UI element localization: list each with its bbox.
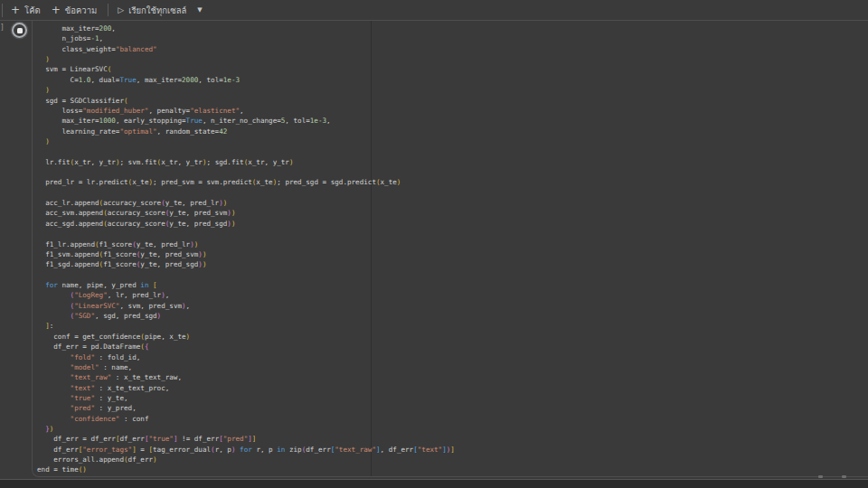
plus-icon: + bbox=[11, 5, 20, 15]
code-line: "fold" : fold_id, bbox=[37, 352, 455, 362]
code-line: f1_sgd.append(f1_score(y_te, pred_sgd)) bbox=[37, 259, 455, 269]
code-line bbox=[37, 188, 455, 198]
code-line: lr.fit(x_tr, y_tr); svm.fit(x_tr, y_tr);… bbox=[37, 157, 455, 167]
toolbar-edge-separator bbox=[2, 4, 3, 17]
toolbar-separator bbox=[108, 4, 108, 16]
code-line: "pred" : y_pred, bbox=[37, 403, 455, 413]
code-content: max_iter=200, n_jobs=-1, class_weight="b… bbox=[37, 23, 455, 475]
code-line: ) bbox=[37, 136, 455, 146]
code-line: class_weight="balanced" bbox=[37, 44, 455, 54]
code-line: "text_raw" : x_te_text_raw, bbox=[37, 372, 455, 382]
scrollbar-tick[interactable] bbox=[818, 475, 823, 478]
code-line: df_err = pd.DataFrame({ bbox=[37, 342, 455, 352]
run-all-cells-button[interactable]: ▷ เรียกใช้ทุกเซลล์ ▼ bbox=[112, 0, 207, 20]
cell-running-stop-button[interactable] bbox=[12, 23, 27, 38]
code-line: max_iter=1000, early_stopping=True, n_it… bbox=[37, 116, 455, 126]
code-line: C=1.0, dual=True, max_iter=2000, tol=1e-… bbox=[37, 75, 455, 85]
code-line: ) bbox=[37, 85, 455, 95]
code-line: end = time() bbox=[37, 465, 455, 474]
code-line: loss="modified_huber", penalty="elasticn… bbox=[37, 106, 455, 116]
chevron-down-icon[interactable]: ▼ bbox=[197, 7, 202, 14]
code-line: }) bbox=[37, 424, 455, 434]
code-line: max_iter=200, bbox=[37, 23, 455, 33]
run-all-label: เรียกใช้ทุกเซลล์ bbox=[128, 4, 186, 17]
add-text-label: ข้อความ bbox=[65, 4, 98, 17]
add-code-label: โค้ด bbox=[24, 4, 41, 17]
add-code-cell-button[interactable]: + โค้ด bbox=[5, 0, 46, 20]
code-line: "text" : x_te_text_proc, bbox=[37, 383, 455, 393]
code-line: for name, pipe, y_pred in [ bbox=[37, 280, 455, 290]
code-line: acc_lr.append(accuracy_score(y_te, pred_… bbox=[37, 198, 455, 208]
scrollbar-tick[interactable] bbox=[842, 475, 846, 478]
bottom-panel-strip bbox=[0, 480, 868, 488]
code-line bbox=[37, 146, 455, 156]
code-line: "model" : name, bbox=[37, 362, 455, 372]
code-line: acc_svm.append(accuracy_score(y_te, pred… bbox=[37, 208, 455, 218]
code-line bbox=[37, 270, 455, 280]
stop-icon bbox=[17, 28, 23, 33]
code-line: conf = get_confidence(pipe, x_te) bbox=[37, 332, 455, 342]
code-line: f1_svm.append(f1_score(y_te, pred_svm)) bbox=[37, 249, 455, 259]
plus-icon: + bbox=[52, 5, 61, 15]
code-line: ("LogReg", lr, pred_lr), bbox=[37, 290, 455, 300]
code-line: errors_all.append(df_err) bbox=[37, 455, 455, 465]
code-line bbox=[37, 229, 455, 239]
code-line: "confidence" : conf bbox=[37, 414, 455, 424]
code-line: ("SGD", sgd, pred_sgd) bbox=[37, 311, 455, 321]
colab-notebook-screen: + โค้ด + ข้อความ ▷ เรียกใช้ทุกเซลล์ ▼ ] … bbox=[0, 0, 868, 488]
code-line: df_err = df_err[df_err["true"] != df_err… bbox=[37, 434, 455, 444]
code-line: sgd = SGDClassifier( bbox=[37, 96, 455, 106]
notebook-toolbar: + โค้ด + ข้อความ ▷ เรียกใช้ทุกเซลล์ ▼ bbox=[0, 0, 868, 20]
code-line: f1_lr.append(f1_score(y_te, pred_lr)) bbox=[37, 239, 455, 249]
add-text-cell-button[interactable]: + ข้อความ bbox=[46, 0, 103, 20]
code-line: ("LinearSVC", svm, pred_svm), bbox=[37, 301, 455, 311]
code-line: ]: bbox=[37, 321, 455, 331]
code-line: svm = LinearSVC( bbox=[37, 64, 455, 74]
code-line: learning_rate="optimal", random_state=42 bbox=[37, 127, 455, 136]
code-line bbox=[37, 167, 455, 177]
code-line: n_jobs=-1, bbox=[37, 33, 455, 43]
code-editor[interactable]: max_iter=200, n_jobs=-1, class_weight="b… bbox=[37, 23, 455, 475]
execution-count-bracket: ] bbox=[0, 23, 5, 32]
code-line: "true" : y_te, bbox=[37, 393, 455, 403]
code-line: df_err["error_tags"] = [tag_error_dual(r… bbox=[37, 445, 455, 455]
code-line: pred_lr = lr.predict(x_te); pred_svm = s… bbox=[37, 177, 455, 187]
code-line: ) bbox=[37, 54, 455, 64]
play-icon: ▷ bbox=[118, 6, 124, 14]
code-line: acc_sgd.append(accuracy_score(y_te, pred… bbox=[37, 219, 455, 229]
code-cell: max_iter=200, n_jobs=-1, class_weight="b… bbox=[32, 21, 868, 477]
